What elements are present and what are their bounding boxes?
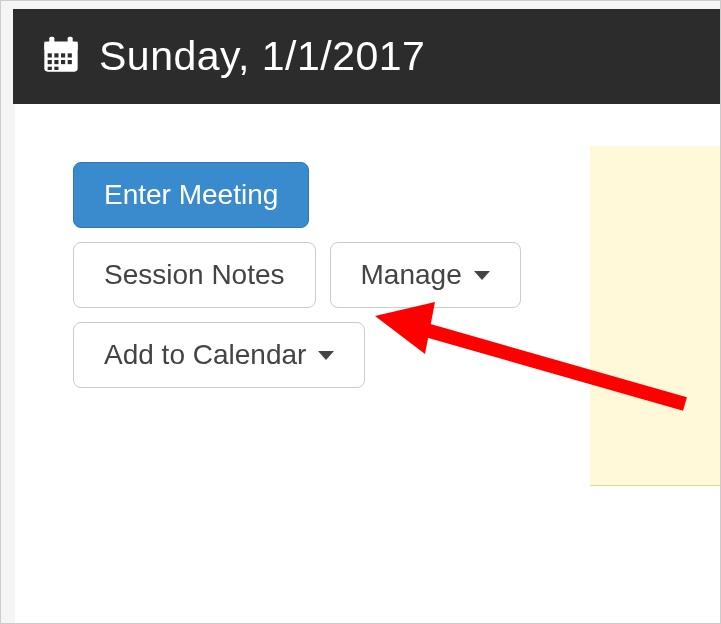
svg-rect-12 (48, 66, 52, 69)
svg-rect-7 (68, 53, 72, 57)
add-to-calendar-dropdown[interactable]: Add to Calendar (73, 322, 365, 388)
svg-rect-3 (68, 36, 73, 44)
svg-rect-1 (44, 41, 77, 49)
main-content: Enter Meeting Session Notes Manage Add t… (15, 104, 720, 624)
manage-label: Manage (361, 259, 462, 291)
svg-rect-2 (49, 36, 54, 44)
svg-rect-13 (54, 66, 58, 69)
enter-meeting-label: Enter Meeting (104, 179, 278, 211)
session-notes-button[interactable]: Session Notes (73, 242, 316, 308)
svg-rect-4 (48, 53, 52, 57)
svg-rect-5 (54, 53, 58, 57)
enter-meeting-button[interactable]: Enter Meeting (73, 162, 309, 228)
chevron-down-icon (474, 271, 490, 280)
page-title: Sunday, 1/1/2017 (99, 33, 425, 80)
manage-dropdown[interactable]: Manage (330, 242, 521, 308)
svg-rect-11 (68, 60, 72, 64)
date-header: Sunday, 1/1/2017 (13, 9, 720, 104)
add-to-calendar-label: Add to Calendar (104, 339, 306, 371)
svg-rect-10 (61, 60, 65, 64)
side-note-panel (590, 146, 720, 486)
chevron-down-icon (318, 351, 334, 360)
svg-rect-9 (54, 60, 58, 64)
calendar-icon (41, 35, 81, 79)
session-notes-label: Session Notes (104, 259, 285, 291)
svg-rect-6 (61, 53, 65, 57)
svg-rect-8 (48, 60, 52, 64)
